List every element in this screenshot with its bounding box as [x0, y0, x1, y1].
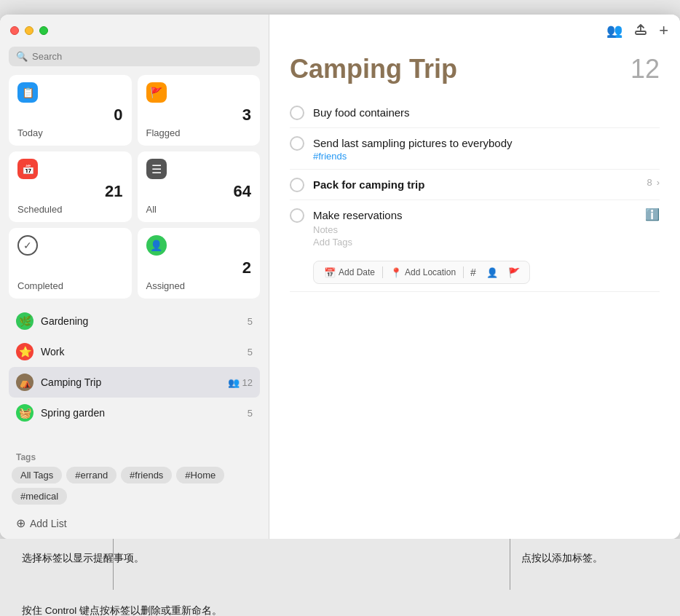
add-list-icon: ⊕: [16, 516, 25, 530]
add-list-button[interactable]: ⊕ Add List: [0, 510, 269, 539]
todo-meta-pack-camping: 8 ›: [647, 177, 660, 188]
todo-title-buy-food: Buy food containers: [313, 105, 660, 120]
annotation-text-bottom: 按住 Control 键点按标签以删除或重新命名。: [22, 605, 222, 616]
shared-person-icon: 👥: [228, 377, 240, 388]
list-total: 12: [630, 54, 660, 84]
main-content: 👥 + Camping Trip 12 Buy food cont: [269, 15, 680, 539]
search-icon: 🔍: [16, 51, 28, 62]
todo-item-buy-food: Buy food containers: [290, 98, 660, 128]
work-name: Work: [41, 346, 240, 358]
smart-list-completed[interactable]: ✓ Completed: [9, 228, 132, 299]
todo-item-pack-camping: Pack for camping trip 8 ›: [290, 170, 660, 200]
smart-list-flagged[interactable]: 🚩 3 Flagged: [138, 75, 261, 146]
camping-count: 12: [242, 377, 253, 388]
chevron-right-icon: ›: [657, 177, 660, 188]
tag-home[interactable]: #Home: [176, 467, 224, 483]
tag-errand[interactable]: #errand: [66, 467, 116, 483]
svg-rect-0: [636, 31, 646, 34]
completed-count: [17, 258, 123, 277]
spring-count: 5: [248, 408, 253, 419]
list-item-gardening[interactable]: 🌿 Gardening 5: [9, 306, 260, 336]
share-icon[interactable]: [634, 23, 647, 39]
todo-notes-placeholder[interactable]: Notes: [313, 224, 660, 235]
annotation-tags-tooltip: 选择标签以显示提醒事项。: [22, 552, 144, 565]
gardening-name: Gardening: [41, 315, 240, 327]
add-button[interactable]: +: [659, 21, 668, 40]
smart-list-all[interactable]: ☰ 64 All: [138, 151, 261, 222]
add-date-label: Add Date: [339, 267, 375, 277]
tag-all-tags[interactable]: All Tags: [12, 467, 62, 483]
assigned-label: Assigned: [146, 280, 252, 291]
titlebar: [0, 15, 269, 47]
scheduled-label: Scheduled: [17, 204, 123, 215]
todo-item-make-reservations: Make reservations ℹ️ Notes Add Tags 📅 Ad…: [290, 200, 660, 292]
tag-friends[interactable]: #friends: [121, 467, 172, 483]
scheduled-count: 21: [17, 182, 123, 201]
annotation-text-left: 选择标签以显示提醒事项。: [22, 553, 144, 564]
annotation-control-tip: 按住 Control 键点按标签以删除或重新命名。: [22, 604, 222, 616]
smart-list-today[interactable]: 📋 0 Today: [9, 75, 132, 146]
todo-body-buy-food: Buy food containers: [313, 105, 660, 120]
todo-tags-placeholder[interactable]: Add Tags: [313, 237, 660, 248]
annotations-area: 选择标签以显示提醒事项。 点按以添加标签。 按住 Control 键点按标签以删…: [0, 539, 680, 616]
list-item-spring-garden[interactable]: 🧺 Spring garden 5: [9, 398, 260, 428]
toolbar-separator-1: [382, 266, 383, 278]
sidebar: 🔍 📋 0 Today 🚩 3 Flagged 📅 21 Scheduled: [0, 15, 269, 539]
camping-dot: ⛺: [16, 374, 33, 391]
tags-row: All Tags #errand #friends #Home #medical: [9, 467, 260, 510]
todo-check-pack-camping[interactable]: [290, 178, 304, 192]
tags-heading: Tags: [9, 452, 260, 467]
today-count: 0: [17, 106, 123, 125]
todo-check-buy-food[interactable]: [290, 106, 304, 120]
all-label: All: [146, 204, 252, 215]
main-body: Camping Trip 12 Buy food containers Send…: [269, 47, 680, 539]
list-item-camping-trip[interactable]: ⛺ Camping Trip 👥 12: [9, 367, 260, 398]
work-count: 5: [248, 347, 253, 358]
pack-count: 8: [647, 177, 652, 188]
annotation-tag-add-tooltip: 点按以添加标签。: [521, 552, 603, 565]
info-icon[interactable]: ℹ️: [645, 208, 660, 221]
tag-button[interactable]: #: [467, 265, 480, 280]
completed-icon: ✓: [17, 235, 38, 256]
todo-tag-friends[interactable]: #friends: [313, 151, 660, 162]
add-location-button[interactable]: 📍 Add Location: [386, 266, 460, 280]
todo-list: Buy food containers Send last sampling p…: [290, 98, 660, 292]
smart-list-scheduled[interactable]: 📅 21 Scheduled: [9, 151, 132, 222]
flagged-count: 3: [146, 106, 252, 125]
todo-body-make-reservations: Make reservations ℹ️ Notes Add Tags: [313, 208, 660, 248]
spring-dot: 🧺: [16, 404, 33, 422]
inline-toolbar: 📅 Add Date 📍 Add Location # 👤 🚩: [313, 261, 530, 284]
annotation-text-right: 点按以添加标签。: [521, 553, 603, 564]
minimize-button[interactable]: [25, 26, 33, 35]
tag-medical[interactable]: #medical: [12, 488, 67, 505]
todo-check-make-reservations[interactable]: [290, 208, 304, 223]
camping-shared: 👥 12: [228, 377, 253, 388]
close-button[interactable]: [10, 26, 19, 35]
todo-check-send-sampling[interactable]: [290, 136, 304, 151]
todo-title-send-sampling: Send last sampling pictures to everybody: [313, 135, 660, 151]
todo-body-send-sampling: Send last sampling pictures to everybody…: [313, 135, 660, 162]
spring-name: Spring garden: [41, 407, 240, 419]
main-toolbar: 👥 +: [269, 15, 680, 47]
work-dot: ⭐: [16, 343, 33, 360]
list-title: Camping Trip: [290, 54, 457, 84]
list-item-work[interactable]: ⭐ Work 5: [9, 336, 260, 367]
add-list-label: Add List: [30, 518, 67, 529]
gardening-dot: 🌿: [16, 312, 33, 330]
toolbar-separator-2: [463, 266, 464, 278]
flagged-icon: 🚩: [146, 82, 167, 103]
scheduled-icon: 📅: [17, 159, 38, 179]
smart-lists-grid: 📋 0 Today 🚩 3 Flagged 📅 21 Scheduled ☰ 6…: [0, 75, 269, 306]
todo-item-send-sampling: Send last sampling pictures to everybody…: [290, 128, 660, 170]
person-button[interactable]: 👤: [483, 266, 502, 280]
shared-icon[interactable]: 👥: [606, 23, 622, 39]
smart-list-assigned[interactable]: 👤 2 Assigned: [138, 228, 261, 299]
gardening-count: 5: [248, 316, 253, 327]
assigned-icon: 👤: [146, 235, 167, 256]
user-lists: 🌿 Gardening 5 ⭐ Work 5 ⛺ Camping Trip 👥 …: [0, 306, 269, 446]
maximize-button[interactable]: [39, 26, 48, 35]
add-date-button[interactable]: 📅 Add Date: [320, 266, 379, 280]
search-input[interactable]: [32, 51, 253, 62]
today-label: Today: [17, 127, 123, 138]
flag-button[interactable]: 🚩: [505, 266, 523, 280]
